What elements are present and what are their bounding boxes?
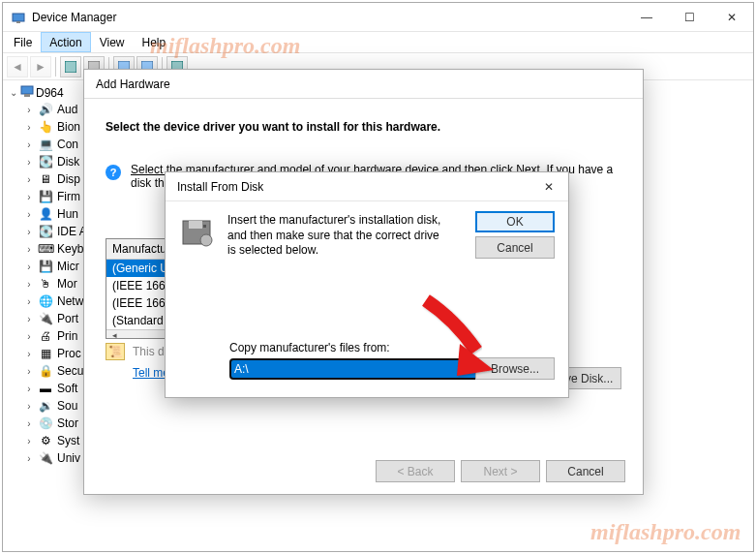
svg-rect-8 (24, 94, 30, 97)
svg-rect-0 (13, 14, 24, 21)
main-title: Device Manager (32, 11, 625, 24)
back-icon[interactable]: ◄ (7, 56, 28, 77)
menu-file[interactable]: File (5, 32, 41, 52)
wizard-buttons: < Back Next > Cancel (376, 460, 625, 482)
expand-icon[interactable]: › (24, 366, 34, 377)
expand-icon[interactable]: › (24, 157, 34, 168)
svg-rect-12 (203, 225, 206, 228)
menubar: File Action View Help (3, 32, 753, 53)
forward-icon[interactable]: ► (30, 56, 51, 77)
root-label: D964 (36, 86, 64, 100)
expand-icon[interactable]: › (24, 279, 34, 290)
minimize-button[interactable]: — (625, 3, 668, 31)
device-icon: 🔌 (38, 450, 53, 466)
device-icon: 💽 (38, 154, 53, 169)
device-icon: 🔉 (38, 398, 53, 414)
ok-button[interactable]: OK (475, 211, 555, 232)
main-titlebar: Device Manager — ☐ ✕ (3, 3, 753, 32)
ifd-titlebar: Install From Disk ✕ (166, 172, 568, 201)
expand-icon[interactable]: › (24, 244, 34, 255)
toolbar-sep (55, 57, 56, 77)
ifd-title: Install From Disk (173, 180, 529, 194)
floppy-disk-icon (179, 213, 218, 252)
svg-rect-1 (16, 21, 20, 23)
expand-icon[interactable]: › (24, 227, 34, 237)
browse-button[interactable]: Browse... (475, 357, 555, 380)
toolbar-btn-1[interactable] (60, 56, 81, 77)
scroll-left-icon[interactable]: ◂ (106, 330, 123, 339)
device-icon: 🖥 (38, 171, 53, 187)
expand-icon[interactable]: › (24, 436, 34, 446)
device-manager-icon (11, 10, 26, 25)
device-icon: ⚙ (38, 433, 53, 448)
device-icon: 🌐 (38, 293, 53, 309)
device-icon: ▬ (38, 381, 53, 396)
collapse-icon[interactable]: ⌄ (9, 87, 18, 98)
wizard-heading: Select the device driver you want to ins… (106, 120, 621, 134)
wizard-title: Add Hardware (92, 77, 643, 91)
menu-help[interactable]: Help (134, 32, 175, 52)
menu-action[interactable]: Action (41, 32, 90, 52)
device-icon: ▦ (38, 346, 53, 361)
expand-icon[interactable]: › (24, 418, 34, 429)
expand-icon[interactable]: › (24, 209, 34, 220)
device-icon: 🔒 (38, 363, 53, 379)
ifd-close-button[interactable]: ✕ (529, 172, 568, 200)
expand-icon[interactable]: › (24, 296, 34, 307)
expand-icon[interactable]: › (24, 401, 34, 412)
device-icon: 🖨 (38, 328, 53, 344)
close-button[interactable]: ✕ (711, 3, 753, 31)
expand-icon[interactable]: › (24, 453, 34, 464)
device-icon: 💻 (38, 137, 53, 152)
device-icon: 🔊 (38, 102, 53, 117)
ifd-cancel-button[interactable]: Cancel (475, 236, 555, 259)
svg-rect-7 (21, 86, 33, 94)
device-icon: 💿 (38, 416, 53, 431)
ifd-button-column: OK Cancel (475, 211, 555, 259)
maximize-button[interactable]: ☐ (668, 3, 711, 31)
device-icon: 💾 (38, 189, 53, 204)
menu-view[interactable]: View (91, 32, 134, 52)
device-icon: 👆 (38, 119, 53, 135)
install-from-disk-dialog: Install From Disk ✕ Insert the manufactu… (165, 171, 569, 398)
device-icon: 🖱 (38, 276, 53, 292)
device-icon: 🔌 (38, 311, 53, 326)
main-window-controls: — ☐ ✕ (625, 3, 753, 31)
help-icon: ? (106, 165, 121, 180)
expand-icon[interactable]: › (24, 174, 34, 185)
expand-icon[interactable]: › (24, 262, 34, 272)
expand-icon[interactable]: › (24, 314, 34, 324)
expand-icon[interactable]: › (24, 349, 34, 359)
device-icon: 💽 (38, 224, 53, 239)
device-icon: ⌨ (38, 241, 53, 257)
ifd-message: Insert the manufacturer's installation d… (227, 213, 450, 259)
wizard-cancel-button[interactable]: Cancel (546, 460, 625, 482)
svg-rect-10 (189, 221, 202, 229)
expand-icon[interactable]: › (24, 139, 34, 150)
next-button[interactable]: Next > (461, 460, 540, 482)
svg-point-11 (200, 234, 212, 246)
expand-icon[interactable]: › (24, 105, 34, 115)
back-button[interactable]: < Back (376, 460, 455, 482)
certificate-icon: 📜 (106, 343, 125, 360)
wizard-titlebar: Add Hardware (84, 70, 643, 99)
expand-icon[interactable]: › (24, 331, 34, 342)
svg-rect-2 (65, 61, 76, 73)
computer-icon (20, 84, 34, 101)
expand-icon[interactable]: › (24, 192, 34, 202)
expand-icon[interactable]: › (24, 384, 34, 394)
expand-icon[interactable]: › (24, 122, 34, 133)
device-icon: 👤 (38, 206, 53, 222)
device-icon: 💾 (38, 259, 53, 274)
copy-label: Copy manufacturer's files from: (229, 341, 555, 354)
